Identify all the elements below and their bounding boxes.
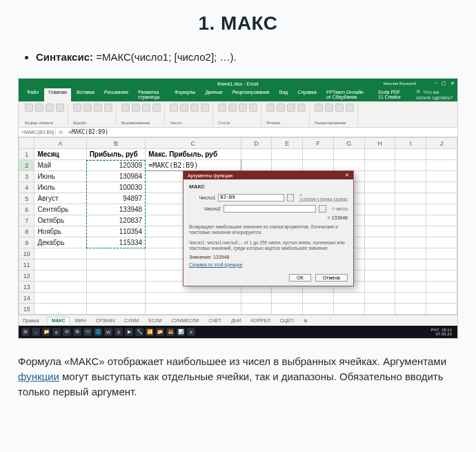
ribbon-button[interactable] (325, 104, 333, 112)
cell[interactable] (333, 160, 364, 171)
row-header[interactable]: 8 (19, 226, 34, 237)
ribbon-button[interactable] (56, 104, 64, 112)
taskbar-app-icon[interactable]: ✉ (63, 328, 71, 336)
taskbar-app-icon[interactable]: 🛡 (83, 328, 92, 336)
cell[interactable] (303, 304, 334, 315)
cell[interactable] (364, 304, 395, 315)
taskbar-app-icon[interactable]: 📂 (156, 328, 164, 336)
cell[interactable] (395, 282, 426, 293)
cell[interactable]: Октябрь (34, 215, 86, 226)
cell[interactable] (241, 160, 272, 171)
taskbar-app-icon[interactable]: 📁 (42, 328, 50, 336)
cell[interactable] (364, 160, 395, 171)
cell[interactable]: 110354 (86, 226, 145, 237)
ribbon-tab[interactable]: Вставка (72, 88, 99, 101)
cell[interactable]: 120309 (86, 160, 145, 171)
row-header[interactable]: 1 (19, 149, 34, 160)
taskbar-app-icon[interactable]: ▶ (125, 328, 133, 336)
cell[interactable] (364, 293, 395, 304)
cell[interactable]: Июль (34, 182, 86, 193)
cell[interactable] (272, 160, 303, 171)
sheet-tab[interactable]: КОРРЕЛ (247, 317, 275, 324)
cell[interactable] (34, 248, 86, 259)
taskbar-app-icon[interactable]: ○ (32, 328, 40, 336)
cell[interactable] (364, 248, 395, 259)
cell[interactable] (395, 304, 426, 315)
cell[interactable] (146, 293, 241, 304)
cell[interactable] (426, 237, 457, 248)
ribbon-button[interactable] (315, 104, 323, 112)
arg1-range-picker[interactable] (287, 194, 294, 202)
cell[interactable] (364, 171, 395, 182)
cell[interactable] (241, 304, 272, 315)
row-header[interactable]: 14 (19, 293, 34, 304)
row-header[interactable]: 3 (19, 171, 34, 182)
cell[interactable] (426, 293, 457, 304)
close-icon[interactable]: ✕ (450, 81, 455, 86)
ribbon-button[interactable] (152, 104, 161, 112)
cell[interactable]: Ноябрь (34, 226, 86, 237)
row-header[interactable]: 4 (19, 182, 34, 193)
ribbon-button[interactable] (25, 104, 33, 112)
taskbar-app-icon[interactable]: 🔧 (135, 328, 143, 336)
cell[interactable] (86, 248, 145, 259)
cell[interactable] (426, 271, 457, 282)
cell[interactable] (272, 304, 303, 315)
arg2-range-picker[interactable] (319, 205, 326, 213)
taskbar-app-icon[interactable]: X (187, 328, 195, 336)
cell[interactable]: 130984 (86, 171, 145, 182)
taskbar-app-icon[interactable]: 📶 (146, 328, 154, 336)
arg1-input[interactable] (218, 194, 284, 202)
cell[interactable] (426, 149, 457, 160)
cell[interactable] (426, 248, 457, 259)
sheet-tab[interactable]: СУММ (120, 317, 143, 324)
row-header[interactable]: 6 (19, 204, 34, 215)
cell[interactable]: =МАКС(B2:B9) (146, 160, 241, 171)
cell[interactable] (395, 193, 426, 204)
cell[interactable] (146, 304, 241, 315)
cell[interactable] (364, 193, 395, 204)
cell[interactable]: Август (34, 193, 86, 204)
ribbon-button[interactable] (249, 104, 257, 112)
cell[interactable] (364, 204, 395, 215)
cell[interactable] (364, 226, 395, 237)
row-header[interactable]: 15 (19, 304, 34, 315)
row-header[interactable]: 5 (19, 193, 34, 204)
ribbon-button[interactable] (46, 104, 54, 112)
cell[interactable] (395, 215, 426, 226)
cell[interactable] (395, 182, 426, 193)
ribbon-button[interactable] (201, 104, 209, 112)
sheet-tab[interactable]: МАКС (48, 317, 70, 324)
row-header[interactable]: 10 (19, 248, 34, 259)
maximize-icon[interactable]: ▢ (442, 81, 446, 86)
cell[interactable]: Макс. Прибыль, руб (146, 149, 241, 160)
arg2-input[interactable] (224, 205, 316, 213)
column-header[interactable]: J (426, 138, 457, 149)
ribbon-button[interactable] (132, 104, 140, 112)
cell[interactable] (395, 248, 426, 259)
cell[interactable] (272, 293, 303, 304)
name-box[interactable]: =МАКС(B2:B9) (19, 130, 56, 135)
ribbon-button[interactable] (218, 104, 226, 112)
sheet-tab[interactable]: СЦЕП (276, 317, 298, 324)
ribbon-tab[interactable]: FPTвarn Онлайн от Сбербанка (322, 88, 373, 101)
cell[interactable]: 120837 (86, 215, 145, 226)
column-header[interactable]: E (272, 138, 303, 149)
ribbon-tab[interactable]: Файл (23, 88, 43, 101)
row-header[interactable]: 12 (19, 271, 34, 282)
cell[interactable] (364, 259, 395, 271)
taskbar-app-icon[interactable]: 🦊 (166, 328, 175, 336)
cell[interactable] (364, 182, 395, 193)
cell[interactable] (426, 204, 457, 215)
column-header[interactable]: C (146, 138, 241, 149)
ribbon-button[interactable] (287, 104, 295, 112)
minimize-icon[interactable]: − (435, 81, 437, 86)
ribbon-button[interactable] (297, 104, 306, 112)
cell[interactable] (395, 237, 426, 248)
dialog-close-icon[interactable]: ✕ (345, 173, 349, 178)
cell[interactable] (86, 271, 145, 282)
cell[interactable] (34, 271, 86, 282)
cell[interactable] (395, 149, 426, 160)
cell[interactable] (86, 259, 145, 271)
column-header[interactable]: B (86, 138, 145, 149)
